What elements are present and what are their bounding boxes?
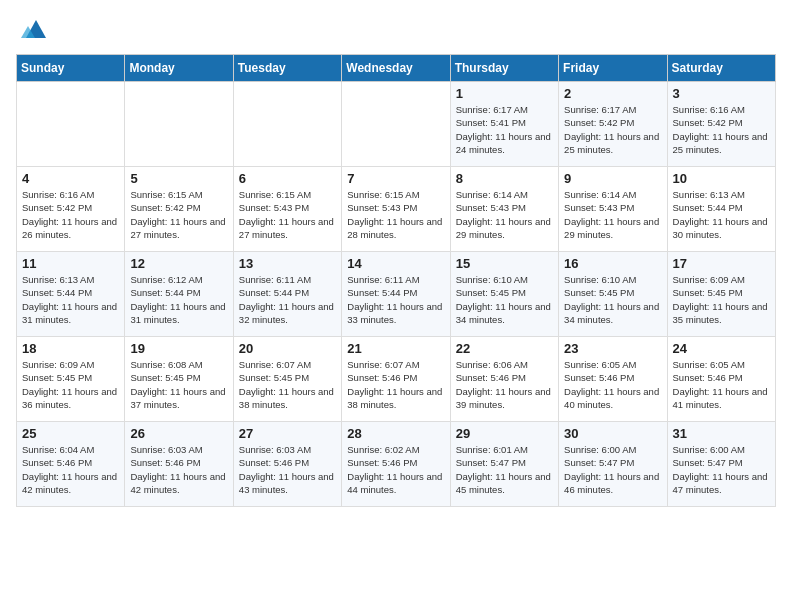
day-number: 2 — [564, 86, 661, 101]
calendar-header-row: SundayMondayTuesdayWednesdayThursdayFrid… — [17, 55, 776, 82]
calendar-cell: 10Sunrise: 6:13 AMSunset: 5:44 PMDayligh… — [667, 167, 775, 252]
day-number: 15 — [456, 256, 553, 271]
day-info: Sunrise: 6:10 AMSunset: 5:45 PMDaylight:… — [456, 273, 553, 326]
day-number: 14 — [347, 256, 444, 271]
calendar-cell: 27Sunrise: 6:03 AMSunset: 5:46 PMDayligh… — [233, 422, 341, 507]
calendar-cell — [17, 82, 125, 167]
calendar-cell: 20Sunrise: 6:07 AMSunset: 5:45 PMDayligh… — [233, 337, 341, 422]
day-info: Sunrise: 6:04 AMSunset: 5:46 PMDaylight:… — [22, 443, 119, 496]
day-info: Sunrise: 6:14 AMSunset: 5:43 PMDaylight:… — [564, 188, 661, 241]
day-number: 24 — [673, 341, 770, 356]
calendar-cell: 5Sunrise: 6:15 AMSunset: 5:42 PMDaylight… — [125, 167, 233, 252]
calendar-cell — [342, 82, 450, 167]
day-number: 9 — [564, 171, 661, 186]
logo — [16, 16, 48, 44]
day-number: 8 — [456, 171, 553, 186]
day-number: 6 — [239, 171, 336, 186]
day-info: Sunrise: 6:14 AMSunset: 5:43 PMDaylight:… — [456, 188, 553, 241]
calendar-cell: 14Sunrise: 6:11 AMSunset: 5:44 PMDayligh… — [342, 252, 450, 337]
day-number: 20 — [239, 341, 336, 356]
calendar-cell: 21Sunrise: 6:07 AMSunset: 5:46 PMDayligh… — [342, 337, 450, 422]
calendar-cell: 15Sunrise: 6:10 AMSunset: 5:45 PMDayligh… — [450, 252, 558, 337]
calendar-cell: 4Sunrise: 6:16 AMSunset: 5:42 PMDaylight… — [17, 167, 125, 252]
calendar-week-4: 18Sunrise: 6:09 AMSunset: 5:45 PMDayligh… — [17, 337, 776, 422]
day-info: Sunrise: 6:16 AMSunset: 5:42 PMDaylight:… — [673, 103, 770, 156]
day-number: 21 — [347, 341, 444, 356]
day-info: Sunrise: 6:17 AMSunset: 5:41 PMDaylight:… — [456, 103, 553, 156]
calendar-cell: 2Sunrise: 6:17 AMSunset: 5:42 PMDaylight… — [559, 82, 667, 167]
day-number: 29 — [456, 426, 553, 441]
calendar-cell: 23Sunrise: 6:05 AMSunset: 5:46 PMDayligh… — [559, 337, 667, 422]
day-info: Sunrise: 6:15 AMSunset: 5:43 PMDaylight:… — [347, 188, 444, 241]
day-info: Sunrise: 6:11 AMSunset: 5:44 PMDaylight:… — [347, 273, 444, 326]
day-number: 30 — [564, 426, 661, 441]
calendar-cell: 18Sunrise: 6:09 AMSunset: 5:45 PMDayligh… — [17, 337, 125, 422]
calendar-week-5: 25Sunrise: 6:04 AMSunset: 5:46 PMDayligh… — [17, 422, 776, 507]
calendar-cell: 29Sunrise: 6:01 AMSunset: 5:47 PMDayligh… — [450, 422, 558, 507]
day-info: Sunrise: 6:02 AMSunset: 5:46 PMDaylight:… — [347, 443, 444, 496]
day-number: 22 — [456, 341, 553, 356]
day-info: Sunrise: 6:15 AMSunset: 5:42 PMDaylight:… — [130, 188, 227, 241]
weekday-header-monday: Monday — [125, 55, 233, 82]
day-info: Sunrise: 6:00 AMSunset: 5:47 PMDaylight:… — [673, 443, 770, 496]
day-info: Sunrise: 6:01 AMSunset: 5:47 PMDaylight:… — [456, 443, 553, 496]
calendar-cell: 11Sunrise: 6:13 AMSunset: 5:44 PMDayligh… — [17, 252, 125, 337]
calendar-cell: 3Sunrise: 6:16 AMSunset: 5:42 PMDaylight… — [667, 82, 775, 167]
weekday-header-tuesday: Tuesday — [233, 55, 341, 82]
weekday-header-wednesday: Wednesday — [342, 55, 450, 82]
day-info: Sunrise: 6:08 AMSunset: 5:45 PMDaylight:… — [130, 358, 227, 411]
day-number: 17 — [673, 256, 770, 271]
weekday-header-saturday: Saturday — [667, 55, 775, 82]
day-number: 10 — [673, 171, 770, 186]
day-info: Sunrise: 6:03 AMSunset: 5:46 PMDaylight:… — [239, 443, 336, 496]
day-number: 12 — [130, 256, 227, 271]
day-number: 25 — [22, 426, 119, 441]
calendar-cell: 12Sunrise: 6:12 AMSunset: 5:44 PMDayligh… — [125, 252, 233, 337]
day-number: 31 — [673, 426, 770, 441]
day-number: 11 — [22, 256, 119, 271]
calendar-week-1: 1Sunrise: 6:17 AMSunset: 5:41 PMDaylight… — [17, 82, 776, 167]
page-header — [16, 16, 776, 44]
calendar-cell: 16Sunrise: 6:10 AMSunset: 5:45 PMDayligh… — [559, 252, 667, 337]
weekday-header-sunday: Sunday — [17, 55, 125, 82]
day-info: Sunrise: 6:05 AMSunset: 5:46 PMDaylight:… — [564, 358, 661, 411]
calendar-table: SundayMondayTuesdayWednesdayThursdayFrid… — [16, 54, 776, 507]
day-number: 5 — [130, 171, 227, 186]
day-number: 18 — [22, 341, 119, 356]
day-info: Sunrise: 6:11 AMSunset: 5:44 PMDaylight:… — [239, 273, 336, 326]
calendar-cell: 1Sunrise: 6:17 AMSunset: 5:41 PMDaylight… — [450, 82, 558, 167]
calendar-cell: 22Sunrise: 6:06 AMSunset: 5:46 PMDayligh… — [450, 337, 558, 422]
day-info: Sunrise: 6:17 AMSunset: 5:42 PMDaylight:… — [564, 103, 661, 156]
day-info: Sunrise: 6:06 AMSunset: 5:46 PMDaylight:… — [456, 358, 553, 411]
day-number: 16 — [564, 256, 661, 271]
calendar-cell: 25Sunrise: 6:04 AMSunset: 5:46 PMDayligh… — [17, 422, 125, 507]
day-info: Sunrise: 6:15 AMSunset: 5:43 PMDaylight:… — [239, 188, 336, 241]
calendar-cell: 19Sunrise: 6:08 AMSunset: 5:45 PMDayligh… — [125, 337, 233, 422]
day-number: 13 — [239, 256, 336, 271]
day-info: Sunrise: 6:12 AMSunset: 5:44 PMDaylight:… — [130, 273, 227, 326]
calendar-cell: 30Sunrise: 6:00 AMSunset: 5:47 PMDayligh… — [559, 422, 667, 507]
day-number: 3 — [673, 86, 770, 101]
day-info: Sunrise: 6:07 AMSunset: 5:46 PMDaylight:… — [347, 358, 444, 411]
calendar-week-3: 11Sunrise: 6:13 AMSunset: 5:44 PMDayligh… — [17, 252, 776, 337]
day-info: Sunrise: 6:03 AMSunset: 5:46 PMDaylight:… — [130, 443, 227, 496]
day-info: Sunrise: 6:09 AMSunset: 5:45 PMDaylight:… — [673, 273, 770, 326]
logo-icon — [18, 16, 48, 44]
weekday-header-friday: Friday — [559, 55, 667, 82]
day-info: Sunrise: 6:00 AMSunset: 5:47 PMDaylight:… — [564, 443, 661, 496]
calendar-cell: 26Sunrise: 6:03 AMSunset: 5:46 PMDayligh… — [125, 422, 233, 507]
calendar-cell: 6Sunrise: 6:15 AMSunset: 5:43 PMDaylight… — [233, 167, 341, 252]
day-info: Sunrise: 6:05 AMSunset: 5:46 PMDaylight:… — [673, 358, 770, 411]
day-info: Sunrise: 6:13 AMSunset: 5:44 PMDaylight:… — [673, 188, 770, 241]
calendar-week-2: 4Sunrise: 6:16 AMSunset: 5:42 PMDaylight… — [17, 167, 776, 252]
day-number: 4 — [22, 171, 119, 186]
calendar-cell: 8Sunrise: 6:14 AMSunset: 5:43 PMDaylight… — [450, 167, 558, 252]
weekday-header-thursday: Thursday — [450, 55, 558, 82]
day-number: 19 — [130, 341, 227, 356]
day-info: Sunrise: 6:16 AMSunset: 5:42 PMDaylight:… — [22, 188, 119, 241]
day-info: Sunrise: 6:09 AMSunset: 5:45 PMDaylight:… — [22, 358, 119, 411]
day-number: 28 — [347, 426, 444, 441]
day-number: 1 — [456, 86, 553, 101]
day-number: 7 — [347, 171, 444, 186]
day-number: 26 — [130, 426, 227, 441]
